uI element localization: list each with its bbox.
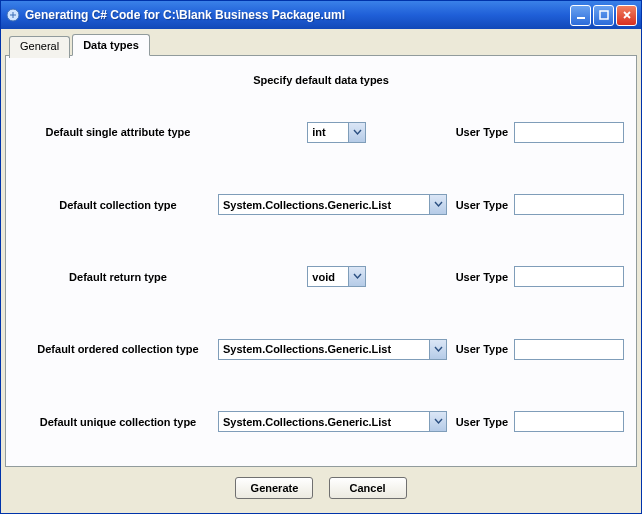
combo-collection[interactable]: System.Collections.Generic.List — [218, 194, 447, 215]
label-ordered-collection: Default ordered collection type — [18, 343, 218, 355]
tab-general[interactable]: General — [9, 36, 70, 58]
input-user-type-3[interactable] — [514, 266, 624, 287]
titlebar[interactable]: Generating C# Code for C:\Blank Business… — [1, 1, 641, 29]
select-return-type[interactable]: void — [308, 267, 348, 286]
client-area: General Data types Specify default data … — [1, 29, 641, 513]
close-button[interactable] — [616, 5, 637, 26]
app-icon — [5, 7, 21, 23]
button-bar: Generate Cancel — [5, 467, 637, 509]
combo-return-type[interactable]: void — [307, 266, 366, 287]
window-title: Generating C# Code for C:\Blank Business… — [25, 8, 570, 22]
panel-heading: Specify default data types — [6, 56, 636, 96]
label-single-attribute: Default single attribute type — [18, 126, 218, 138]
label-collection: Default collection type — [18, 199, 218, 211]
chevron-down-icon[interactable] — [429, 340, 446, 359]
cancel-button[interactable]: Cancel — [329, 477, 407, 499]
tab-data-types[interactable]: Data types — [72, 34, 150, 56]
dialog-window: Generating C# Code for C:\Blank Business… — [0, 0, 642, 514]
row-collection: Default collection type System.Collectio… — [18, 175, 624, 235]
label-user-type-5: User Type — [456, 416, 508, 428]
label-user-type-3: User Type — [456, 271, 508, 283]
select-single-attribute[interactable]: int — [308, 123, 348, 142]
label-user-type-4: User Type — [456, 343, 508, 355]
chevron-down-icon[interactable] — [348, 267, 365, 286]
chevron-down-icon[interactable] — [348, 123, 365, 142]
generate-button[interactable]: Generate — [235, 477, 313, 499]
label-user-type-1: User Type — [456, 126, 508, 138]
label-unique-collection: Default unique collection type — [18, 416, 218, 428]
input-user-type-1[interactable] — [514, 122, 624, 143]
combo-ordered-collection[interactable]: System.Collections.Generic.List — [218, 339, 447, 360]
select-ordered-collection[interactable]: System.Collections.Generic.List — [219, 340, 429, 359]
row-single-attribute: Default single attribute type int User T… — [18, 102, 624, 162]
tabstrip: General Data types — [5, 34, 637, 56]
window-controls — [570, 5, 637, 26]
svg-rect-2 — [600, 11, 608, 19]
maximize-button[interactable] — [593, 5, 614, 26]
chevron-down-icon[interactable] — [429, 412, 446, 431]
data-types-panel: Specify default data types Default singl… — [5, 55, 637, 467]
input-user-type-2[interactable] — [514, 194, 624, 215]
input-user-type-5[interactable] — [514, 411, 624, 432]
row-unique-collection: Default unique collection type System.Co… — [18, 392, 624, 452]
row-return-type: Default return type void User Type — [18, 247, 624, 307]
select-collection[interactable]: System.Collections.Generic.List — [219, 195, 429, 214]
chevron-down-icon[interactable] — [429, 195, 446, 214]
combo-unique-collection[interactable]: System.Collections.Generic.List — [218, 411, 447, 432]
label-user-type-2: User Type — [456, 199, 508, 211]
select-unique-collection[interactable]: System.Collections.Generic.List — [219, 412, 429, 431]
svg-rect-1 — [577, 17, 585, 19]
minimize-button[interactable] — [570, 5, 591, 26]
combo-single-attribute[interactable]: int — [307, 122, 366, 143]
label-return-type: Default return type — [18, 271, 218, 283]
row-ordered-collection: Default ordered collection type System.C… — [18, 319, 624, 379]
input-user-type-4[interactable] — [514, 339, 624, 360]
